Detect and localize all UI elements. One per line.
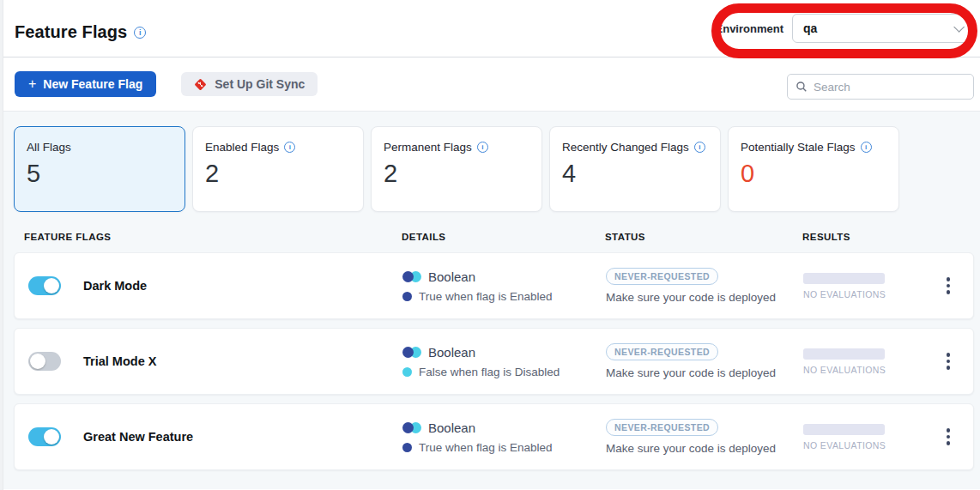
- flag-row: Trial Mode X Boolean False when flag is …: [14, 328, 974, 395]
- plus-icon: +: [28, 77, 36, 91]
- search-icon: [795, 81, 808, 93]
- flag-type-label: Boolean: [428, 420, 475, 435]
- flag-default-text: True when flag is Enabled: [419, 441, 553, 454]
- status-text: Make sure your code is deployed: [606, 366, 776, 379]
- stat-card-label: Permanent Flags: [384, 141, 472, 154]
- default-value-dot-icon: [402, 292, 412, 301]
- info-icon[interactable]: i: [861, 142, 872, 153]
- stat-card-value: 0: [741, 160, 886, 188]
- flag-name-link[interactable]: Trial Mode X: [83, 354, 156, 368]
- flags-table: Feature Flags Details Status Results Dar…: [14, 212, 974, 470]
- info-icon[interactable]: i: [477, 142, 488, 153]
- toggle-knob: [44, 429, 59, 445]
- stat-card-label: Enabled Flags: [205, 141, 279, 154]
- status-badge: NEVER-REQUESTED: [606, 343, 718, 360]
- column-header-status: Status: [605, 232, 802, 242]
- flags-table-header: Feature Flags Details Status Results: [14, 212, 974, 252]
- flag-row: Great New Feature Boolean True when flag…: [14, 403, 974, 470]
- environment-select-value: qa: [803, 21, 817, 35]
- environment-label: Environment: [716, 22, 783, 35]
- toggle-knob: [30, 354, 45, 369]
- toolbar: + New Feature Flag Set Up Git Sync: [0, 57, 980, 112]
- page-header: Feature Flags i Environment qa: [0, 0, 980, 57]
- flag-name-link[interactable]: Dark Mode: [83, 279, 147, 293]
- flag-toggle[interactable]: [28, 352, 61, 371]
- default-value-dot-icon: [402, 443, 412, 452]
- column-header-feature-flags: Feature Flags: [24, 232, 402, 242]
- status-badge: NEVER-REQUESTED: [606, 268, 718, 285]
- chevron-down-icon: [953, 21, 965, 33]
- results-text: NO EVALUATIONS: [803, 365, 923, 375]
- column-header-details: Details: [402, 232, 605, 242]
- page-title: Feature Flags: [15, 22, 127, 42]
- stat-card[interactable]: Potentially Stale Flags i 0: [728, 126, 899, 212]
- git-icon: [194, 78, 207, 91]
- row-menu-kebab-icon[interactable]: [941, 274, 956, 298]
- set-up-git-sync-label: Set Up Git Sync: [215, 77, 305, 91]
- flag-type-label: Boolean: [428, 269, 475, 284]
- results-text: NO EVALUATIONS: [803, 440, 923, 451]
- flag-default-text: False when flag is Disabled: [419, 366, 560, 378]
- stat-card[interactable]: Enabled Flags i 2: [192, 126, 364, 212]
- stat-card-value: 5: [27, 160, 172, 188]
- results-placeholder-bar: [803, 273, 885, 284]
- flag-row: Dark Mode Boolean True when flag is Enab…: [14, 252, 974, 319]
- stat-card-label: Potentially Stale Flags: [741, 141, 856, 154]
- environment-group: Environment qa: [716, 14, 972, 43]
- flag-toggle[interactable]: [28, 276, 61, 295]
- boolean-type-icon: [402, 422, 421, 433]
- stat-card-value: 2: [384, 160, 529, 188]
- search-box: [787, 74, 974, 100]
- stat-card-value: 2: [205, 160, 351, 188]
- search-input[interactable]: [814, 81, 965, 94]
- stat-card[interactable]: All Flags 5: [14, 126, 185, 212]
- window-edge: [0, 0, 3, 490]
- boolean-type-icon: [402, 271, 421, 282]
- new-feature-flag-label: New Feature Flag: [43, 77, 142, 91]
- results-placeholder-bar: [803, 424, 885, 435]
- boolean-type-icon: [402, 347, 421, 358]
- stat-card-value: 4: [562, 160, 708, 188]
- column-header-results: Results: [802, 232, 974, 242]
- flag-name-link[interactable]: Great New Feature: [83, 430, 193, 444]
- flag-toggle[interactable]: [28, 427, 61, 446]
- set-up-git-sync-button[interactable]: Set Up Git Sync: [181, 72, 318, 96]
- results-text: NO EVALUATIONS: [803, 289, 923, 299]
- info-icon[interactable]: i: [284, 142, 295, 153]
- stat-card-label: All Flags: [27, 141, 71, 154]
- stat-card-label: Recently Changed Flags: [562, 141, 689, 154]
- environment-select[interactable]: qa: [792, 14, 972, 43]
- stat-card[interactable]: Recently Changed Flags i 4: [549, 126, 721, 212]
- results-placeholder-bar: [803, 348, 885, 360]
- flags-table-body: Dark Mode Boolean True when flag is Enab…: [14, 252, 974, 470]
- toggle-knob: [44, 278, 59, 293]
- status-badge: NEVER-REQUESTED: [606, 419, 718, 436]
- flag-type-label: Boolean: [428, 345, 475, 360]
- info-icon[interactable]: i: [694, 142, 705, 153]
- content: All Flags 5 Enabled Flags i 2 Permanent …: [0, 112, 980, 489]
- new-feature-flag-button[interactable]: + New Feature Flag: [15, 71, 156, 97]
- flag-default-text: True when flag is Enabled: [419, 290, 553, 303]
- row-menu-kebab-icon[interactable]: [941, 349, 956, 373]
- status-text: Make sure your code is deployed: [606, 442, 776, 455]
- title-info-icon[interactable]: i: [134, 27, 146, 39]
- default-value-dot-icon: [402, 367, 412, 377]
- row-menu-kebab-icon[interactable]: [941, 425, 956, 449]
- status-text: Make sure your code is deployed: [606, 291, 776, 304]
- stats-cards-row: All Flags 5 Enabled Flags i 2 Permanent …: [0, 112, 980, 212]
- stat-card[interactable]: Permanent Flags i 2: [371, 126, 542, 212]
